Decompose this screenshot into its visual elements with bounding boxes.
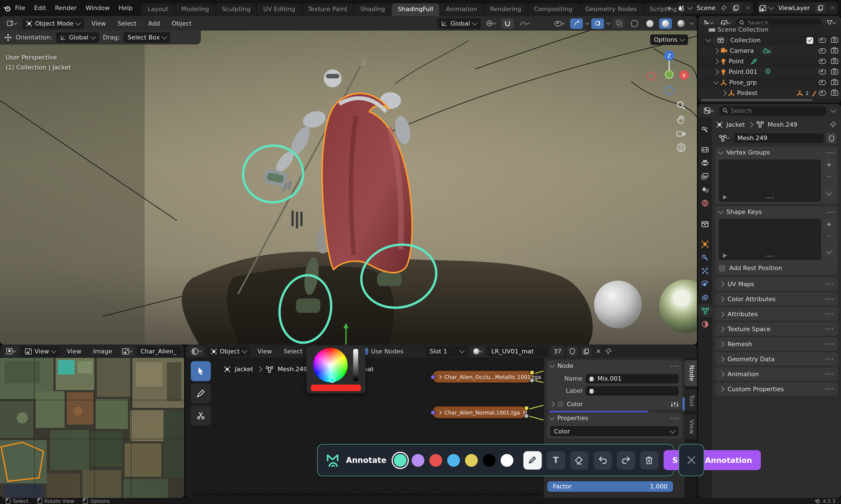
tab-modeling[interactable]: Modeling: [175, 3, 215, 16]
outliner-row-point-001[interactable]: Point.001: [698, 67, 841, 77]
panel-grip-icon[interactable]: [825, 328, 833, 329]
text-tool-button[interactable]: T: [547, 451, 565, 469]
redo-button[interactable]: [617, 451, 635, 469]
swatch-black[interactable]: [482, 454, 495, 467]
editor-type-button[interactable]: [3, 346, 18, 357]
expand-icon[interactable]: [713, 69, 719, 75]
editor-type-button[interactable]: [701, 105, 716, 116]
outliner-row-scene-collection[interactable]: Scene Collection: [698, 24, 841, 35]
section-geometry-data[interactable]: Geometry Data: [715, 352, 838, 366]
expand-icon[interactable]: [713, 48, 719, 54]
fake-user-shield-button[interactable]: [567, 346, 578, 357]
collapse-icon[interactable]: [706, 37, 711, 42]
pin-icon[interactable]: [720, 4, 727, 12]
section-animation[interactable]: Animation: [715, 367, 838, 381]
value-slider[interactable]: [353, 349, 358, 381]
use-nodes-label[interactable]: Use Nodes: [371, 347, 404, 355]
panel-grip-icon[interactable]: [825, 389, 833, 390]
xray-toggle[interactable]: [613, 18, 625, 29]
pan-hand-icon[interactable]: [676, 115, 686, 125]
image-mode-dropdown[interactable]: View: [21, 346, 59, 357]
swatch-mint[interactable]: [394, 454, 406, 467]
shading-rendered-button[interactable]: [675, 18, 687, 29]
new-material-button[interactable]: [581, 346, 592, 357]
datablock-name-field[interactable]: Mesh.249: [734, 133, 824, 143]
tab-output[interactable]: [698, 156, 712, 169]
editor-type-button[interactable]: [189, 346, 204, 357]
camera-view-icon[interactable]: [676, 129, 686, 138]
submit-annotation-button[interactable]: Submit Annotation: [663, 450, 761, 470]
disable-render-icon[interactable]: [831, 48, 838, 53]
menu-window[interactable]: Window: [81, 4, 114, 12]
section-color-attributes[interactable]: Color Attributes: [715, 292, 838, 306]
node-label-field[interactable]: [586, 386, 679, 396]
vertex-group-specials-button[interactable]: [824, 188, 834, 199]
section-remesh[interactable]: Remesh: [715, 337, 838, 350]
add-rest-position-label[interactable]: Add Rest Position: [729, 265, 782, 272]
unlink-material-icon[interactable]: ✕: [595, 347, 602, 355]
disable-render-icon[interactable]: [831, 38, 838, 43]
section-custom-properties[interactable]: Custom Properties: [715, 382, 838, 396]
disable-render-icon[interactable]: [831, 80, 838, 85]
editor-type-button[interactable]: [4, 18, 19, 29]
material-users-button[interactable]: 37: [551, 346, 564, 357]
shader-menu-select[interactable]: Select: [279, 347, 307, 355]
image-name-field[interactable]: Char_Alien_: [137, 346, 181, 356]
undo-button[interactable]: [593, 451, 612, 469]
factor-slider[interactable]: Factor 1.000: [547, 481, 673, 492]
tab-physics[interactable]: [698, 277, 712, 291]
properties-options-button[interactable]: [829, 105, 838, 116]
panel-grip-icon[interactable]: [826, 152, 834, 153]
tab-shadingfull[interactable]: ShadingFull: [392, 3, 440, 16]
outliner-row-podest[interactable]: Podest 2: [698, 88, 841, 98]
sidebar-tab-view[interactable]: View: [685, 415, 697, 439]
tab-uv-editing[interactable]: UV Editing: [257, 3, 301, 16]
menu-edit[interactable]: Edit: [30, 4, 51, 12]
remove-shape-key-button[interactable]: −: [824, 231, 834, 241]
add-shape-key-button[interactable]: +: [824, 219, 834, 230]
add-workspace-button[interactable]: +: [662, 4, 676, 12]
sliders-icon[interactable]: [671, 401, 679, 408]
visibility-dropdown[interactable]: [552, 18, 567, 29]
tab-constraints[interactable]: [698, 291, 712, 304]
swatch-blue[interactable]: [447, 454, 460, 467]
menu-file[interactable]: File: [11, 4, 30, 12]
material-name-field[interactable]: LR_UV01_mat: [488, 346, 548, 356]
vertex-groups-list[interactable]: [719, 160, 821, 202]
vector-input-socket[interactable]: [430, 410, 435, 415]
properties-search[interactable]: [719, 106, 826, 115]
proportional-editing-button[interactable]: [517, 18, 532, 29]
hide-eye-icon[interactable]: [819, 38, 826, 43]
viewport-menu-select[interactable]: Select: [113, 20, 141, 27]
collapse-icon[interactable]: [713, 79, 719, 85]
close-icon[interactable]: ✕: [744, 4, 752, 12]
shape-key-specials-button[interactable]: [824, 247, 834, 257]
tab-geometry-nodes[interactable]: Geometry Nodes: [579, 3, 643, 16]
panel-grip-icon[interactable]: [671, 365, 679, 366]
collapse-icon[interactable]: [718, 209, 723, 214]
image-editor[interactable]: View View Image Char_Alien_: [0, 344, 184, 498]
image-menu-image[interactable]: Image: [88, 347, 117, 355]
tab-view-layer[interactable]: [698, 169, 712, 183]
blender-logo-icon[interactable]: [3, 4, 11, 12]
panel-grip-icon[interactable]: [826, 212, 834, 213]
sidebar-tab-node[interactable]: Node: [685, 360, 697, 386]
close-icon[interactable]: ✕: [829, 4, 836, 12]
sidebar-tab-tool[interactable]: Tool: [685, 389, 697, 411]
expand-icon[interactable]: [713, 59, 719, 64]
section-uv-maps[interactable]: UV Maps: [715, 277, 838, 291]
shading-material-button[interactable]: [659, 18, 672, 29]
tab-compositing[interactable]: Compositing: [528, 3, 579, 16]
shader-type-dropdown[interactable]: Object: [207, 346, 250, 357]
tab-world[interactable]: [698, 196, 712, 210]
panel-grip-icon[interactable]: [825, 343, 833, 344]
list-grip-icon[interactable]: [766, 197, 773, 198]
breadcrumb-object[interactable]: Jacket: [726, 121, 745, 128]
tab-sculpting[interactable]: Sculpting: [216, 3, 257, 16]
drag-setting-dropdown[interactable]: Select Box: [124, 32, 171, 43]
tab-scene[interactable]: [698, 183, 712, 196]
viewport-menu-view[interactable]: View: [87, 20, 110, 27]
outliner-row-point[interactable]: Point: [698, 56, 841, 67]
swatch-yellow[interactable]: [465, 454, 478, 467]
outliner[interactable]: Scene Collection Collection Camera: [698, 16, 841, 103]
